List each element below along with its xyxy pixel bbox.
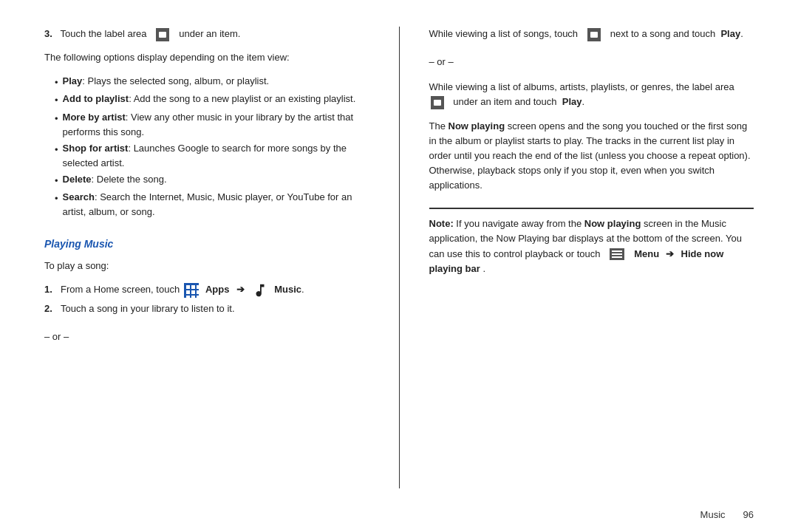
right-para1-bold: Play [720,28,740,39]
bullet-dot: • [55,112,58,126]
bullet-add-to-playlist: • Add to playlist: Add the song to a new… [55,92,369,108]
step3-text-end: under an item. [179,28,240,39]
bullet-more-by-artist: • More by artist: View any other music i… [55,110,369,140]
bullet-dot: • [55,75,58,90]
label-area-icon-right [587,28,601,41]
apps-grid-icon [184,283,199,298]
note-now-playing: Now playing [584,218,641,229]
bullet-shop-for-artist: • Shop for artist: Launches Google to se… [55,141,369,171]
music-icon [252,282,268,299]
note-text: Note: If you navigate away from the Now … [429,216,754,276]
delete-text: : Delete the song. [92,174,167,185]
more-by-artist-term: More by artist [63,112,126,123]
note-arrow: ➔ [666,248,674,259]
search-term: Search [63,191,95,202]
play-term: Play [63,75,83,86]
search-text: : Search the Internet, Music, Music play… [63,191,352,217]
note-pre: If you navigate away from the [456,218,582,229]
music-label: Music [274,284,301,295]
footer-label: Music [700,509,726,520]
bullet-delete: • Delete: Delete the song. [55,172,369,188]
right-para2-bold: Play [562,96,582,107]
footer-page: 96 [743,509,754,520]
step-1-pre: From a Home screen, touch [61,284,183,295]
options-list: • Play: Plays the selected song, album, … [55,74,369,221]
svg-rect-1 [590,32,598,38]
right-para2-post: under an item and touch [453,96,556,107]
step-2-num: 2. [44,301,55,316]
add-playlist-text: : Add the song to a new playlist or an e… [129,93,355,104]
right-para1-pre: While viewing a list of songs, touch [429,28,579,39]
svg-rect-2 [434,100,441,106]
step3-intro: 3. Touch the label area under an item. [44,27,369,41]
step-2: 2. Touch a song in your library to liste… [44,301,369,316]
bullet-search: • Search: Search the Internet, Music, Mu… [55,190,369,219]
delete-term: Delete [63,174,92,185]
intro-para: The following options display depending … [44,50,369,65]
bullet-play: • Play: Plays the selected song, album, … [55,74,369,90]
or-divider-right: – or – [429,55,754,69]
shop-term: Shop for artist [63,143,129,154]
bullet-dot: • [55,93,58,108]
playing-music-heading: Playing Music [44,238,369,250]
note-menu-label: Menu [634,248,659,259]
right-para3: The Now playing screen opens and the son… [429,119,754,194]
right-para2: While viewing a list of albums, artists,… [429,80,754,109]
arrow-icon: ➔ [236,284,245,295]
label-area-icon [156,28,169,41]
svg-rect-0 [159,32,166,38]
now-playing-bold: Now playing [449,120,505,132]
bullet-dot: • [55,143,58,157]
step-1-num: 1. [44,282,55,297]
menu-icon [610,248,624,260]
step3-text: Touch the label area [60,28,146,39]
add-playlist-term: Add to playlist [63,93,129,104]
note-end: . [482,263,485,274]
left-column: 3. Touch the label area under an item. T… [44,27,369,488]
bullet-dot: • [55,191,58,206]
note-label: Note: [429,218,454,229]
right-para1-post: next to a song and touch [610,28,715,39]
page-footer: Music 96 [0,503,798,532]
steps-list: 1. From a Home screen, touch Apps ➔ Musi… [44,282,369,319]
apps-label: Apps [205,284,230,295]
bullet-dot: • [55,174,58,188]
to-play-para: To play a song: [44,259,369,273]
right-column: While viewing a list of songs, touch nex… [399,27,754,488]
right-para2-text: While viewing a list of albums, artists,… [429,81,734,92]
or-divider-left: – or – [44,330,369,344]
right-para1: While viewing a list of songs, touch nex… [429,27,754,41]
step-2-text: Touch a song in your library to listen t… [61,301,235,316]
play-text: : Plays the selected song, album, or pla… [82,75,269,86]
label-area-icon-right2 [431,96,444,109]
note-box: Note: If you navigate away from the Now … [429,208,754,279]
step3-number: 3. [44,28,52,39]
step-1: 1. From a Home screen, touch Apps ➔ Musi… [44,282,369,299]
